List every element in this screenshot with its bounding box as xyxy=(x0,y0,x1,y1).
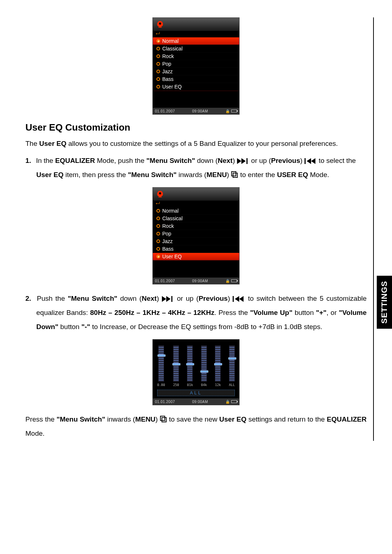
text: . Press the xyxy=(215,309,250,316)
status-date: 01.01.2007 xyxy=(155,279,175,283)
eq-item-classical[interactable]: Classical xyxy=(153,215,239,222)
svg-marker-6 xyxy=(311,158,315,164)
device-statusbar: 01.01.2007 09:00AM 🔒 xyxy=(153,278,239,284)
text: down ( xyxy=(117,295,142,302)
eq-bands-row: 0.80 250 01k 04k 12k xyxy=(157,343,235,387)
text: In the xyxy=(36,157,55,164)
text-bold: "Volume Up" xyxy=(250,309,293,316)
text: ) xyxy=(233,157,237,164)
eq-item-label: Pop xyxy=(162,231,171,237)
previous-icon xyxy=(305,157,317,164)
battery-icon xyxy=(231,279,237,282)
eq-slider-thumb[interactable] xyxy=(158,354,166,357)
eq-item-jazz[interactable]: Jazz xyxy=(153,238,239,245)
lock-icon: 🔒 xyxy=(225,400,230,404)
eq-band-2[interactable]: 01k xyxy=(187,345,193,387)
text-bold: "Menu Switch" xyxy=(146,157,195,164)
eq-slider-track[interactable] xyxy=(215,345,221,382)
text-bold: "Menu Switch" xyxy=(57,415,105,423)
text: or up ( xyxy=(249,157,271,164)
menu-icon xyxy=(160,415,167,423)
eq-band-3[interactable]: 04k xyxy=(201,345,207,387)
text-bold: "Menu Switch" xyxy=(68,295,118,302)
status-icons: 🔒 xyxy=(225,400,237,404)
eq-slider-track[interactable] xyxy=(201,345,207,382)
text: to enter the xyxy=(238,171,277,178)
radio-icon xyxy=(156,85,160,89)
text: Mode. xyxy=(308,171,329,178)
text-bold: Previous xyxy=(199,295,228,302)
eq-item-rock[interactable]: Rock xyxy=(153,53,239,60)
next-icon xyxy=(237,157,249,164)
eq-band-label: 04k xyxy=(201,383,207,387)
step-number: 2. xyxy=(25,295,31,302)
text: inwards ( xyxy=(105,415,135,423)
svg-rect-13 xyxy=(233,296,234,302)
eq-band-all[interactable]: ALL xyxy=(229,345,235,387)
lock-icon: 🔒 xyxy=(225,109,230,113)
text-bold: USER EQ xyxy=(277,171,308,178)
eq-item-classical[interactable]: Classical xyxy=(153,45,239,53)
battery-icon xyxy=(231,110,237,112)
text: button xyxy=(293,309,316,316)
text: Mode, push the xyxy=(95,157,147,164)
eq-band-label: ALL xyxy=(229,383,235,387)
eq-item-user-eq[interactable]: User EQ xyxy=(153,83,239,91)
svg-marker-14 xyxy=(235,296,239,302)
eq-item-label: Classical xyxy=(162,46,183,52)
eq-slider-track[interactable] xyxy=(187,345,193,382)
eq-slider-thumb[interactable] xyxy=(172,363,180,365)
eq-slider-track[interactable] xyxy=(158,345,164,382)
text-bold: "+" xyxy=(316,309,326,316)
eq-slider-track[interactable] xyxy=(229,345,235,382)
eq-item-jazz[interactable]: Jazz xyxy=(153,68,239,75)
svg-point-9 xyxy=(159,192,161,194)
eq-item-label: Bass xyxy=(162,246,173,252)
text: ) xyxy=(300,157,305,164)
transcend-logo-icon xyxy=(156,20,164,29)
text: The xyxy=(25,140,39,147)
eq-band-0[interactable]: 0.80 xyxy=(157,345,165,387)
text: to save the new xyxy=(167,415,219,423)
eq-slider-thumb[interactable] xyxy=(214,363,222,365)
radio-icon xyxy=(156,62,160,66)
radio-icon xyxy=(156,247,160,251)
back-icon: ⮠ xyxy=(156,32,160,37)
eq-item-pop[interactable]: Pop xyxy=(153,60,239,68)
eq-item-pop[interactable]: Pop xyxy=(153,230,239,238)
status-time: 09:00AM xyxy=(192,109,208,113)
eq-item-bass[interactable]: Bass xyxy=(153,245,239,253)
eq-band-1[interactable]: 250 xyxy=(173,345,179,387)
eq-item-user-eq[interactable]: User EQ xyxy=(153,253,239,260)
menu-icon xyxy=(231,171,238,178)
text: button xyxy=(58,323,81,331)
eq-slider-thumb[interactable] xyxy=(228,357,236,360)
eq-band-4[interactable]: 12k xyxy=(215,345,221,387)
svg-marker-15 xyxy=(239,296,244,302)
svg-rect-7 xyxy=(232,172,236,176)
radio-icon xyxy=(156,239,160,243)
eq-item-normal[interactable]: Normal xyxy=(153,207,239,215)
text: or up ( xyxy=(174,295,199,302)
svg-marker-10 xyxy=(162,296,166,302)
radio-icon xyxy=(156,217,160,220)
svg-rect-12 xyxy=(171,296,172,302)
radio-icon xyxy=(156,39,160,43)
eq-item-rock[interactable]: Rock xyxy=(153,222,239,230)
eq-item-label: Jazz xyxy=(162,238,173,244)
svg-rect-17 xyxy=(162,418,166,422)
text: ) xyxy=(227,171,231,178)
eq-slider-thumb[interactable] xyxy=(200,370,208,373)
eq-graph-area: 0.80 250 01k 04k 12k xyxy=(153,340,239,398)
eq-item-label: Rock xyxy=(162,223,174,229)
status-time: 09:00AM xyxy=(192,279,208,283)
radio-icon xyxy=(156,77,160,81)
radio-icon xyxy=(156,70,160,73)
eq-item-normal[interactable]: Normal xyxy=(153,37,239,45)
eq-item-bass[interactable]: Bass xyxy=(153,75,239,83)
eq-slider-track[interactable] xyxy=(173,345,179,382)
eq-slider-thumb[interactable] xyxy=(186,363,194,365)
radio-icon xyxy=(156,54,160,58)
device-titlebar xyxy=(153,18,239,31)
svg-rect-3 xyxy=(246,158,248,164)
